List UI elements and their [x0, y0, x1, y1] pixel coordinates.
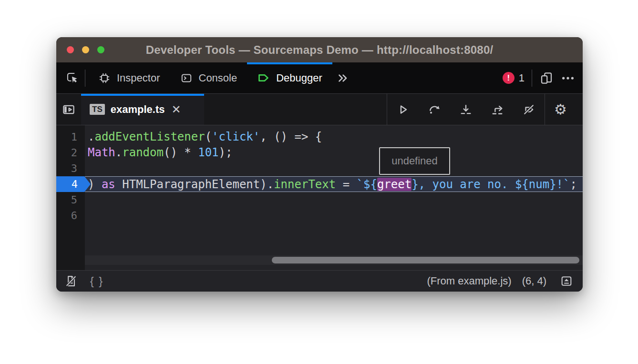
deactivate-breakpoints-icon	[522, 103, 535, 116]
code-token: addEventListener	[94, 130, 205, 143]
code-token: `${	[357, 178, 377, 191]
step-in-icon	[459, 103, 473, 116]
inspector-icon	[98, 72, 111, 84]
code-token: ).	[260, 178, 274, 191]
pick-element-icon	[66, 71, 79, 84]
hovered-token[interactable]: greet	[377, 178, 412, 191]
resume-icon	[396, 103, 410, 116]
scrollbar-thumb[interactable]	[272, 257, 579, 263]
error-count-badge[interactable]: ! 1	[503, 72, 525, 84]
double-chevron-right-icon	[336, 71, 350, 85]
tab-inspector[interactable]: Inspector	[88, 62, 170, 93]
panel-tabs: Inspector Console Debugger	[88, 62, 332, 93]
title-bar: Developer Tools — Sourcemaps Demo — http…	[56, 37, 583, 62]
line-number[interactable]: 2	[56, 145, 85, 161]
status-bar-right: (From example.js) (6, 4)	[427, 274, 583, 288]
code-token: .	[115, 146, 122, 159]
code-token: innerText	[274, 178, 336, 191]
error-count: 1	[519, 72, 525, 84]
more-tabs-button[interactable]	[336, 71, 350, 85]
status-bar-left: { }	[59, 274, 109, 288]
window-title: Developer Tools — Sourcemaps Demo — http…	[56, 37, 583, 62]
gear-icon: ⚙	[554, 101, 567, 118]
code-token: 101	[198, 146, 218, 159]
code-token: (	[205, 130, 212, 143]
code-lines: .addEventListener('click', () => {Math.r…	[85, 125, 583, 223]
ignore-source-icon	[64, 274, 78, 288]
devtools-menu-button[interactable]	[561, 71, 575, 85]
line-numbers: 123456	[56, 125, 85, 270]
tab-console[interactable]: Console	[170, 62, 247, 93]
step-in-button[interactable]	[450, 94, 482, 125]
code-token: () *	[164, 146, 198, 159]
code-token: 'click'	[212, 130, 260, 143]
devtools-tab-bar: Inspector Console Debugger	[56, 62, 583, 94]
sources-panel-toggle-button[interactable]	[56, 94, 81, 125]
responsive-design-mode-icon	[539, 71, 554, 85]
console-icon	[180, 72, 193, 84]
source-tab-example-ts[interactable]: TS example.ts ✕	[81, 94, 204, 125]
eject-icon	[560, 274, 573, 288]
code-token: .	[88, 130, 94, 143]
code-token	[115, 178, 122, 191]
tab-label: Debugger	[276, 72, 322, 84]
debugger-settings-button[interactable]: ⚙	[545, 94, 576, 125]
ignore-source-button[interactable]	[59, 274, 83, 288]
step-over-icon	[428, 103, 441, 116]
status-bar: { } (From example.js) (6, 4)	[56, 270, 583, 292]
paused-code-line: ) as HTMLParagraphElement).innerText = `…	[85, 176, 583, 192]
tab-label: Console	[199, 72, 237, 84]
code-token: ;	[570, 178, 577, 191]
line-number[interactable]: 1	[56, 129, 85, 145]
paused-line-marker[interactable]: 4	[56, 176, 91, 192]
code-token: , () => {	[260, 130, 322, 143]
braces-icon: { }	[90, 274, 104, 288]
debugger-icon	[257, 71, 270, 84]
tab-label: Inspector	[117, 72, 160, 84]
tab-debugger[interactable]: Debugger	[247, 62, 332, 93]
error-icon: !	[503, 72, 515, 84]
pretty-print-button[interactable]: { }	[85, 274, 109, 288]
code-line: Math.random() * 101);	[85, 145, 583, 161]
deactivate-breakpoints-button[interactable]	[513, 94, 545, 125]
code-line	[85, 161, 583, 176]
code-token: =	[336, 178, 356, 191]
step-out-button[interactable]	[482, 94, 513, 125]
devtools-window: Developer Tools — Sourcemaps Demo — http…	[56, 37, 583, 292]
resume-button[interactable]	[387, 94, 419, 125]
source-tab-row: TS example.ts ✕	[56, 94, 583, 125]
code-line	[85, 208, 583, 223]
tab-bar-right: ! 1	[503, 70, 583, 87]
toolbar-divider	[85, 70, 85, 87]
meatball-menu-icon	[561, 71, 575, 85]
code-token: random	[122, 146, 164, 159]
code-line	[85, 192, 583, 208]
code-editor: 123456 .addEventListener('click', () => …	[56, 125, 583, 270]
pick-element-button[interactable]	[59, 62, 85, 93]
source-tab-label: example.ts	[111, 103, 165, 116]
typescript-badge: TS	[90, 104, 105, 115]
sources-panel-toggle-icon	[62, 102, 76, 117]
close-icon[interactable]: ✕	[171, 104, 181, 115]
step-out-icon	[491, 103, 504, 116]
responsive-design-mode-button[interactable]	[539, 71, 554, 85]
line-number[interactable]: 5	[56, 192, 85, 208]
horizontal-scrollbar[interactable]	[85, 255, 583, 265]
line-number[interactable]: 3	[56, 161, 85, 176]
code-token: as	[102, 178, 115, 191]
screenshot-stage: Developer Tools — Sourcemaps Demo — http…	[0, 0, 638, 364]
step-over-button[interactable]	[419, 94, 450, 125]
footer-toggle-button[interactable]	[557, 274, 576, 288]
code-token: Math	[88, 146, 115, 159]
variable-preview-tooltip: undefined	[379, 147, 450, 175]
debugger-toolbar: ⚙	[387, 94, 583, 125]
code-token: }, you are no. ${num}!`	[412, 178, 570, 191]
line-number[interactable]: 6	[56, 208, 85, 223]
code-token: );	[219, 146, 233, 159]
code-token: HTMLParagraphElement	[122, 178, 260, 191]
cursor-position: (6, 4)	[522, 275, 546, 287]
code-line: .addEventListener('click', () => {	[85, 129, 583, 145]
toolbar-divider	[532, 70, 532, 87]
mapped-source-note: (From example.js)	[427, 275, 511, 287]
